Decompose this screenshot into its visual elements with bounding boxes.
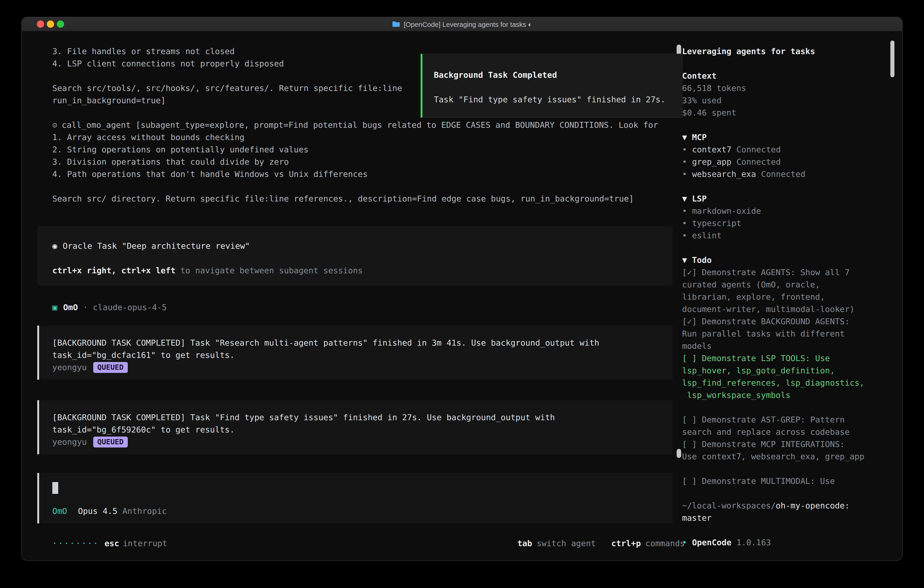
context-used: 33% used [682, 94, 890, 106]
agent-name: OmO [63, 302, 78, 312]
mcp-section-header[interactable]: ▼ MCP [682, 131, 890, 143]
mcp-item: •context7Connected [682, 143, 890, 155]
todo-item-pending: [ ] Demonstrate MCP INTEGRATIONS: Use co… [682, 438, 890, 462]
workspace-prefix: ~/local-workspaces/ [682, 501, 776, 510]
lsp-item: •typescript [682, 217, 890, 229]
ctrlp-key-label: commands [645, 537, 685, 549]
tool-call-line: ⚙call_omo_agent [subagent_type=explore, … [37, 119, 673, 131]
ctrlp-key-hint: ctrl+p [611, 537, 641, 549]
esc-key-hint: esc [104, 537, 119, 549]
message-user: yeongyu [52, 361, 87, 373]
tool-call-detail: Search src/ directory. Return specific f… [37, 192, 673, 205]
context-header: Context [682, 69, 890, 82]
session-title: Leveraging agents for tasks [682, 45, 890, 57]
bullet-icon: • [682, 157, 687, 167]
mcp-item: •grep_appConnected [682, 155, 890, 168]
oracle-task-title: Oracle Task "Deep architecture review" [63, 241, 250, 251]
chevron-down-icon: ▼ [682, 194, 687, 203]
version-line: •OpenCode1.0.163 [682, 536, 890, 548]
todo-item-done: [✓] Demonstrate AGENTS: Show all 7 curat… [682, 266, 890, 315]
message-block: [BACKGROUND TASK COMPLETED] Task "Resear… [37, 325, 673, 380]
status-bar: ········ esc interrupt tab switch agent … [37, 537, 685, 549]
message-text: task_id="bg_dcfac161" to get results. [52, 349, 658, 361]
folder-icon [392, 21, 400, 27]
message-block: [BACKGROUND TASK COMPLETED] Task "Find t… [37, 400, 673, 454]
gear-icon: ⚙ [52, 120, 57, 130]
workspace-repo: oh-my-opencode: [776, 501, 850, 510]
message-text: [BACKGROUND TASK COMPLETED] Task "Find t… [52, 411, 658, 423]
esc-key-label: interrupt [123, 537, 167, 549]
queued-badge: QUEUED [93, 362, 128, 373]
blank-line [52, 252, 658, 264]
app-version: 1.0.163 [736, 537, 771, 547]
window-title: [OpenCode] Leveraging agents for tasks ◐ [404, 20, 532, 28]
mcp-status: Connected [736, 145, 781, 154]
spinner-dots: ········ [52, 537, 99, 549]
lsp-item: •eslint [682, 229, 890, 241]
message-user: yeongyu [52, 436, 87, 448]
input-model-name[interactable]: Opus 4.5 [78, 505, 117, 517]
tool-call-detail: 4. Path operations that don't handle Win… [37, 168, 673, 180]
minimize-button[interactable] [47, 20, 54, 28]
traffic-lights [37, 20, 64, 28]
bullet-icon: • [682, 231, 687, 240]
tool-call-text: call_omo_agent [subagent_type=explore, p… [62, 120, 658, 130]
chevron-down-icon: ▼ [682, 255, 687, 265]
keybind-hint-text: to navigate between subagent sessions [175, 266, 363, 275]
workspace-branch: master [682, 512, 890, 524]
app-name: OpenCode [692, 537, 731, 547]
mcp-status: Connected [736, 157, 781, 167]
todo-item-done: [✓] Demonstrate BACKGROUND AGENTS: Run p… [682, 315, 890, 352]
input-provider-name: Anthropic [122, 505, 167, 517]
main-scrollbar-thumb-bottom[interactable] [676, 449, 681, 458]
agent-icon: ▣ [52, 302, 57, 312]
tab-key-hint: tab [517, 537, 532, 549]
tab-key-label: switch agent [536, 537, 596, 549]
context-spent: $0.46 spent [682, 106, 890, 119]
tool-call-detail: 2. String operations on potentially unde… [37, 143, 673, 155]
close-button[interactable] [37, 20, 44, 28]
keybind-hint-keys: ctrl+x right, ctrl+x left [52, 266, 175, 275]
message-text: task_id="bg_6f59260c" to get results. [52, 423, 658, 436]
context-tokens: 66,518 tokens [682, 82, 890, 94]
bullet-icon: • [682, 145, 687, 154]
message-text: [BACKGROUND TASK COMPLETED] Task "Resear… [52, 337, 658, 349]
todo-section-header[interactable]: ▼ Todo [682, 254, 890, 266]
text-cursor [52, 482, 58, 494]
agent-model: claude-opus-4-5 [93, 302, 167, 312]
mcp-item: •websearch_exaConnected [682, 168, 890, 180]
todo-item-pending: [ ] Demonstrate AST-GREP: Pattern search… [682, 413, 890, 438]
agent-header: ▣OmO·claude-opus-4-5 [37, 301, 673, 313]
todo-item-current: [ ] Demonstrate LSP TOOLS: Use lsp_hover… [682, 352, 890, 401]
sidebar-scrollbar-thumb[interactable] [890, 40, 894, 77]
input-agent-name[interactable]: OmO [52, 505, 67, 517]
prompt-input[interactable]: OmO Opus 4.5 Anthropic [37, 473, 673, 524]
toast-body: Task "Find type safety issues" finished … [434, 93, 671, 106]
oracle-task-panel[interactable]: ◉Oracle Task "Deep architecture review" … [37, 226, 673, 286]
zoom-button[interactable] [57, 20, 64, 28]
lsp-item: •markdown-oxide [682, 205, 890, 217]
tool-call-detail: 1. Array access without bounds checking [37, 131, 673, 143]
titlebar: [OpenCode] Leveraging agents for tasks ◐ [22, 17, 902, 31]
sidebar: Leveraging agents for tasks Context 66,5… [682, 45, 890, 548]
record-icon: ◉ [52, 241, 57, 251]
bullet-icon: • [682, 537, 687, 547]
bullet-icon: • [682, 169, 687, 179]
todo-item-pending: [ ] Demonstrate MULTIMODAL: Use [682, 475, 890, 487]
workspace-path: ~/local-workspaces/oh-my-opencode: maste… [682, 499, 890, 524]
bullet-icon: • [682, 206, 687, 216]
chevron-down-icon: ▼ [682, 132, 687, 142]
blank-line [37, 180, 673, 192]
toast-title: Background Task Completed [434, 69, 671, 81]
bullet-icon: • [682, 218, 687, 228]
background-task-toast: Background Task Completed Task "Find typ… [421, 54, 683, 118]
mcp-status: Connected [761, 169, 805, 179]
tool-call-detail: 3. Division operations that could divide… [37, 155, 673, 168]
lsp-section-header[interactable]: ▼ LSP [682, 192, 890, 205]
queued-badge: QUEUED [93, 436, 128, 447]
separator-dot: · [83, 302, 88, 312]
screen: [OpenCode] Leveraging agents for tasks ◐… [0, 0, 924, 588]
terminal-window: [OpenCode] Leveraging agents for tasks ◐… [22, 17, 902, 560]
